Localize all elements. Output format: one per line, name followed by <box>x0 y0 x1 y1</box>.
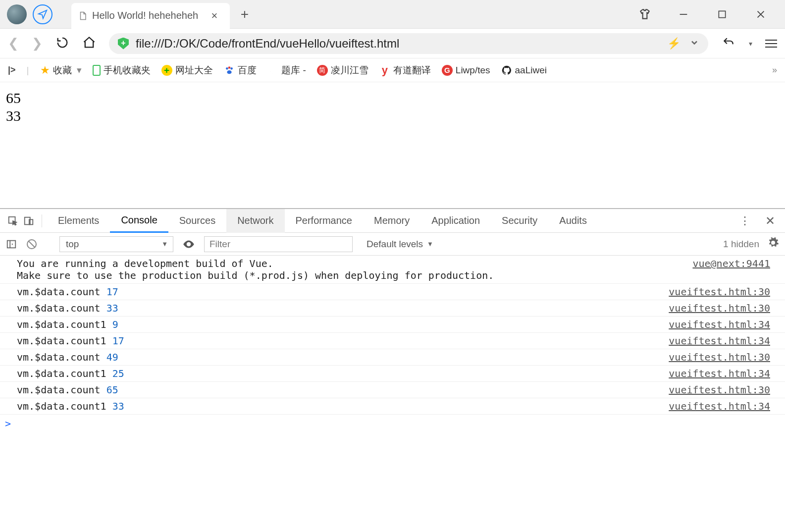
log-label: vm.$data.count <box>17 302 106 314</box>
tab-security[interactable]: Security <box>491 209 548 233</box>
svg-point-5 <box>228 66 230 69</box>
devtools-tabs: Elements Console Sources Network Perform… <box>0 209 785 233</box>
svg-line-14 <box>29 241 35 247</box>
tab-application[interactable]: Application <box>420 209 491 233</box>
svg-rect-1 <box>719 11 725 17</box>
send-icon[interactable] <box>33 4 52 24</box>
content-line-1: 65 <box>6 89 779 107</box>
svg-point-15 <box>188 243 190 245</box>
console-prompt[interactable]: > <box>0 415 785 432</box>
context-select[interactable]: top <box>59 236 173 252</box>
log-source[interactable]: vueiftest.html:34 <box>669 368 770 379</box>
log-value: 9 <box>112 319 118 330</box>
page-icon <box>78 11 87 20</box>
live-expression-button[interactable] <box>182 238 195 251</box>
bookmarks-bar: |> | ★收藏▾ 手机收藏夹 +网址大全 百度 题库 - 简凌川江雪 y有道翻… <box>0 58 785 82</box>
tab-network[interactable]: Network <box>226 209 284 233</box>
filter-input[interactable] <box>204 236 353 252</box>
log-label: vm.$data.count1 <box>17 335 112 347</box>
log-source[interactable]: vueiftest.html:30 <box>669 351 770 363</box>
content-line-2: 33 <box>6 107 779 125</box>
undo-dropdown[interactable]: ▾ <box>749 40 752 48</box>
undo-button[interactable] <box>721 36 736 51</box>
close-window-button[interactable] <box>754 8 767 21</box>
url-box[interactable]: file:///D:/OK/Code/frontEnd/vueHello/vue… <box>109 33 708 54</box>
bookmark-lingchuan[interactable]: 简凌川江雪 <box>317 64 368 77</box>
bookmark-site-dir[interactable]: +网址大全 <box>161 64 213 77</box>
github-icon <box>501 65 512 76</box>
bookmark-label: 收藏 <box>53 64 72 77</box>
console-sidebar-toggle[interactable] <box>6 239 17 250</box>
log-label: vm.$data.count <box>17 384 106 396</box>
bookmark-favorites[interactable]: ★收藏▾ <box>40 64 82 77</box>
bookmark-aaliwei[interactable]: aaLiwei <box>501 65 547 76</box>
back-button[interactable]: ❮ <box>8 36 19 51</box>
bookmark-label: 百度 <box>238 64 257 77</box>
bookmark-suffix: - <box>303 65 306 76</box>
devtools: Elements Console Sources Network Perform… <box>0 208 785 432</box>
log-value: 17 <box>106 286 118 298</box>
clear-console-button[interactable] <box>26 238 38 250</box>
hidden-count[interactable]: 1 hidden <box>723 239 759 250</box>
jian-icon: 简 <box>317 65 328 76</box>
tab-memory[interactable]: Memory <box>363 209 420 233</box>
log-label: vm.$data.count1 <box>17 400 112 412</box>
bookmarks-overflow[interactable]: » <box>772 65 777 75</box>
maximize-button[interactable] <box>716 8 729 21</box>
bookmark-label: Liwp/tes <box>456 65 490 76</box>
bookmark-tiku[interactable]: 题库 - <box>267 64 306 77</box>
tab-elements[interactable]: Elements <box>47 209 110 233</box>
url-dropdown[interactable] <box>689 38 699 49</box>
devtools-close[interactable]: ✕ <box>765 214 775 228</box>
log-value: 25 <box>112 368 124 379</box>
sidebar-toggle[interactable]: |> <box>8 65 16 75</box>
bookmark-mobile[interactable]: 手机收藏夹 <box>93 64 151 77</box>
log-source[interactable]: vueiftest.html:30 <box>669 302 770 314</box>
bookmark-liwp[interactable]: GLiwp/tes <box>442 65 490 76</box>
new-tab-button[interactable]: + <box>230 6 260 22</box>
svg-rect-11 <box>7 240 16 248</box>
log-value: 17 <box>112 335 124 347</box>
log-source[interactable]: vueiftest.html:34 <box>669 335 770 347</box>
console-log-row: vm.$data.count1 9vueiftest.html:34 <box>0 317 785 333</box>
tab-performance[interactable]: Performance <box>285 209 364 233</box>
log-source[interactable]: vueiftest.html:34 <box>669 319 770 330</box>
context-value: top <box>66 239 79 250</box>
console-log-row: vm.$data.count 49vueiftest.html:30 <box>0 349 785 366</box>
bookmark-label: 有道翻译 <box>393 64 431 77</box>
console-log-row: vm.$data.count 65vueiftest.html:30 <box>0 382 785 398</box>
log-source[interactable]: vueiftest.html:30 <box>669 384 770 396</box>
log-level-select[interactable]: Default levels▼ <box>362 236 438 252</box>
console-warning: You are running a development build of V… <box>0 256 785 284</box>
tab-sources[interactable]: Sources <box>168 209 226 233</box>
inspect-icon[interactable] <box>5 215 21 226</box>
plus-circle-icon: + <box>161 65 172 76</box>
avatar[interactable] <box>7 4 27 24</box>
shield-icon <box>118 38 129 50</box>
menu-button[interactable] <box>765 40 777 48</box>
devtools-menu[interactable]: ⋮ <box>739 214 751 227</box>
bookmark-youdao[interactable]: y有道翻译 <box>379 64 431 77</box>
log-value: 65 <box>106 384 118 396</box>
log-source[interactable]: vueiftest.html:34 <box>669 400 770 412</box>
forward-button[interactable]: ❯ <box>32 36 43 51</box>
console-log-row: vm.$data.count1 17vueiftest.html:34 <box>0 333 785 349</box>
window-controls <box>638 8 785 21</box>
log-source[interactable]: vue@next:9441 <box>692 258 770 281</box>
minimize-button[interactable] <box>677 8 690 21</box>
log-label: vm.$data.count1 <box>17 319 112 330</box>
console-body: You are running a development build of V… <box>0 256 785 432</box>
log-source[interactable]: vueiftest.html:30 <box>669 286 770 298</box>
y-icon: y <box>379 65 390 76</box>
tshirt-icon[interactable] <box>638 8 651 21</box>
device-toggle-icon[interactable] <box>21 215 37 226</box>
home-button[interactable] <box>82 36 96 51</box>
bookmark-baidu[interactable]: 百度 <box>224 64 257 77</box>
console-settings[interactable] <box>767 237 779 251</box>
flash-icon[interactable]: ⚡ <box>667 37 680 50</box>
tab-console[interactable]: Console <box>110 209 168 233</box>
tab-audits[interactable]: Audits <box>548 209 598 233</box>
reload-button[interactable] <box>55 36 69 51</box>
tab-close-button[interactable]: × <box>206 9 223 22</box>
browser-tab[interactable]: Hello World! heheheheh × <box>71 3 230 29</box>
